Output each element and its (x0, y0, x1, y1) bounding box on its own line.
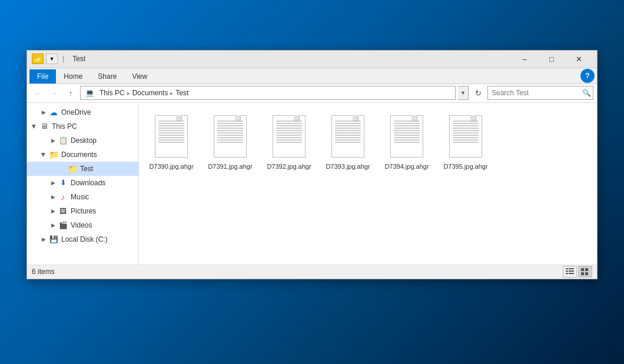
tab-home[interactable]: Home (56, 69, 90, 84)
tab-share[interactable]: Share (90, 69, 124, 84)
file-thumb-d7392 (270, 113, 308, 160)
file-name-d7393: D7393.jpg.ahgr (326, 162, 370, 171)
expand-arrow-pictures: ▶ (48, 206, 58, 216)
documents-folder-icon: 📁 (48, 150, 59, 159)
pictures-icon: 🖼 (58, 206, 68, 216)
ribbon-tabs: File Home Share View ? (27, 68, 597, 84)
file-item-d7394[interactable]: D7394.jpg.ahgr (380, 109, 433, 175)
thispc-label: This PC (52, 122, 77, 131)
pictures-label: Pictures (71, 207, 96, 215)
svg-rect-1 (569, 268, 574, 269)
view-controls (563, 266, 592, 278)
sidebar-item-videos[interactable]: ▶ 🎬 Videos (27, 218, 138, 232)
sidebar-item-test[interactable]: ▶ 📁 Test (27, 162, 138, 176)
svg-rect-7 (585, 268, 588, 271)
details-view-icon (566, 268, 574, 275)
file-thumb-d7393 (329, 113, 367, 160)
up-button[interactable]: ↑ (64, 86, 78, 100)
documents-label: Documents (61, 151, 97, 159)
expand-arrow-desktop: ▶ (48, 136, 58, 145)
file-name-d7390: D7390.jpg.ahgr (149, 162, 193, 171)
quick-access-btn1[interactable]: 📁 (32, 54, 44, 64)
file-body (449, 115, 482, 158)
sidebar-item-desktop[interactable]: ▶ 📋 Desktop (27, 133, 138, 148)
help-button[interactable]: ? (580, 69, 595, 83)
file-item-d7393[interactable]: D7393.jpg.ahgr (321, 109, 374, 175)
search-input[interactable] (492, 89, 580, 97)
downloads-icon: ⬇ (58, 178, 68, 188)
expand-arrow-onedrive: ▶ (39, 108, 48, 117)
sidebar-item-onedrive[interactable]: ▶ ☁ OneDrive (27, 105, 138, 119)
svg-rect-8 (581, 272, 584, 275)
expand-arrow-thispc: ▶ (29, 122, 39, 131)
tab-file[interactable]: File (29, 69, 56, 84)
file-item-d7392[interactable]: D7392.jpg.ahgr (263, 109, 316, 175)
file-thumb-d7391 (211, 113, 249, 160)
svg-rect-0 (566, 268, 568, 269)
file-thumb-d7395 (447, 113, 484, 160)
desktop-icon: 📋 (58, 136, 68, 145)
sidebar-item-localdisk[interactable]: ▶ 💾 Local Disk (C:) (27, 232, 138, 246)
svg-rect-2 (566, 271, 568, 272)
file-body (331, 115, 364, 158)
localdisk-label: Local Disk (C:) (61, 235, 108, 243)
file-thumb-d7394 (388, 113, 426, 160)
refresh-button[interactable]: ↻ (471, 86, 485, 100)
sidebar-item-pictures[interactable]: ▶ 🖼 Pictures (27, 204, 138, 218)
sidebar-item-documents[interactable]: ▶ 📁 Documents (27, 148, 138, 162)
status-bar: 6 items (27, 265, 597, 279)
minimize-button[interactable]: – (511, 50, 538, 68)
videos-label: Videos (71, 221, 92, 229)
file-body (155, 115, 188, 158)
items-count: 6 items (32, 268, 55, 276)
expand-arrow-localdisk: ▶ (39, 235, 48, 244)
ribbon: File Home Share View ? (27, 68, 597, 84)
close-button[interactable]: ✕ (565, 50, 592, 68)
title-bar: 📁 ▼ | Test – □ ✕ (27, 51, 597, 68)
address-dropdown[interactable]: ▼ (458, 86, 469, 100)
onedrive-icon: ☁ (48, 108, 59, 117)
svg-rect-5 (569, 273, 574, 274)
expand-arrow-documents: ▶ (39, 150, 48, 159)
details-view-btn[interactable] (563, 266, 577, 278)
file-name-d7391: D7391.jpg.ahgr (208, 162, 252, 171)
svg-rect-9 (585, 272, 588, 275)
forward-button[interactable]: → (47, 86, 61, 100)
file-item-d7391[interactable]: D7391.jpg.ahgr (204, 109, 257, 175)
title-bar-controls: – □ ✕ (511, 50, 592, 68)
sidebar-item-downloads[interactable]: ▶ ⬇ Downloads (27, 176, 138, 190)
file-name-d7394: D7394.jpg.ahgr (384, 162, 429, 171)
large-icons-view-icon (581, 268, 589, 275)
file-item-d7395[interactable]: D7395.jpg.ahgr (439, 109, 492, 175)
music-label: Music (71, 193, 89, 201)
quick-access-btn2[interactable]: ▼ (46, 54, 58, 64)
file-body (273, 115, 306, 158)
sidebar-item-thispc[interactable]: ▶ 🖥 This PC (27, 119, 138, 133)
back-button[interactable]: ← (31, 86, 45, 100)
file-name-d7395: D7395.jpg.ahgr (443, 162, 487, 171)
test-label: Test (80, 165, 93, 173)
sidebar: ▶ ☁ OneDrive ▶ 🖥 This PC ▶ 📋 Desktop ▶ 📁… (27, 103, 139, 265)
music-icon: ♪ (58, 192, 68, 202)
onedrive-label: OneDrive (61, 108, 91, 116)
downloads-label: Downloads (71, 179, 105, 187)
test-folder-icon: 📁 (67, 164, 78, 173)
expand-arrow-videos: ▶ (48, 221, 58, 230)
search-box[interactable]: 🔍 (487, 86, 593, 100)
tab-view[interactable]: View (124, 69, 155, 84)
file-thumb-d7390 (152, 113, 190, 160)
search-icon[interactable]: 🔍 (582, 89, 591, 97)
file-name-d7392: D7392.jpg.ahgr (267, 162, 311, 171)
expand-arrow-downloads: ▶ (48, 178, 58, 188)
videos-icon: 🎬 (58, 221, 68, 230)
svg-rect-3 (569, 271, 574, 272)
sidebar-item-music[interactable]: ▶ ♪ Music (27, 190, 138, 204)
title-bar-left: 📁 ▼ | Test (32, 54, 511, 64)
large-icons-view-btn[interactable] (578, 266, 592, 278)
address-path[interactable]: 💻 This PC ▸ Documents ▸ Test (80, 86, 456, 100)
address-bar: ← → ↑ 💻 This PC ▸ Documents ▸ Test ▼ ↻ 🔍 (27, 84, 597, 103)
maximize-button[interactable]: □ (538, 50, 565, 68)
path-documents: Documents (132, 89, 168, 97)
expand-arrow-music: ▶ (48, 192, 58, 202)
file-item-d7390[interactable]: D7390.jpg.ahgr (145, 109, 198, 175)
